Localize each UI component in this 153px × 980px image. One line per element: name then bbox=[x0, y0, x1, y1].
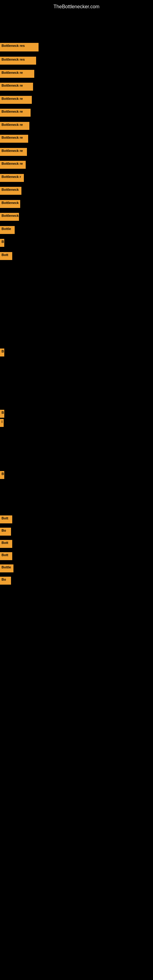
bottleneck-item: Bottleneck r bbox=[0, 174, 24, 182]
bottleneck-item: Bottleneck re bbox=[0, 96, 32, 104]
bottleneck-item: Bott bbox=[0, 552, 12, 560]
bottleneck-item: Bottleneck re bbox=[0, 83, 33, 91]
bottleneck-item: Bottleneck re bbox=[0, 70, 34, 78]
bottleneck-item: Bottleneck re bbox=[0, 148, 27, 156]
bottleneck-item: Bottleneck bbox=[0, 187, 21, 195]
bottleneck-item: B bbox=[0, 471, 4, 479]
bottleneck-item: Bottleneck re bbox=[0, 161, 26, 169]
bottleneck-item: Bott bbox=[0, 252, 12, 260]
bottleneck-item: B bbox=[0, 239, 4, 247]
site-title: TheBottlenecker.com bbox=[0, 2, 153, 12]
bottleneck-item: Bottleneck res bbox=[0, 57, 36, 65]
bottleneck-item: Bo bbox=[0, 528, 11, 536]
bottleneck-item: Bottleneck re bbox=[0, 135, 28, 143]
bottleneck-item: Bottleneck bbox=[0, 200, 20, 208]
bottleneck-item: Bottleneck re bbox=[0, 122, 29, 130]
bottleneck-item: Bottle bbox=[0, 565, 13, 573]
bottleneck-item: Bottle bbox=[0, 226, 15, 234]
bottleneck-item: B bbox=[0, 348, 4, 356]
bottleneck-item: Bottleneck bbox=[0, 213, 19, 221]
bottleneck-item: Bottleneck res bbox=[0, 43, 38, 51]
bottleneck-item: l bbox=[0, 419, 4, 427]
bottleneck-item: Bo bbox=[0, 577, 11, 585]
bottleneck-item: Bott bbox=[0, 515, 12, 523]
bottleneck-item: Bottleneck re bbox=[0, 109, 30, 117]
bottleneck-item: B bbox=[0, 410, 4, 418]
bottleneck-item: Bott bbox=[0, 540, 12, 548]
